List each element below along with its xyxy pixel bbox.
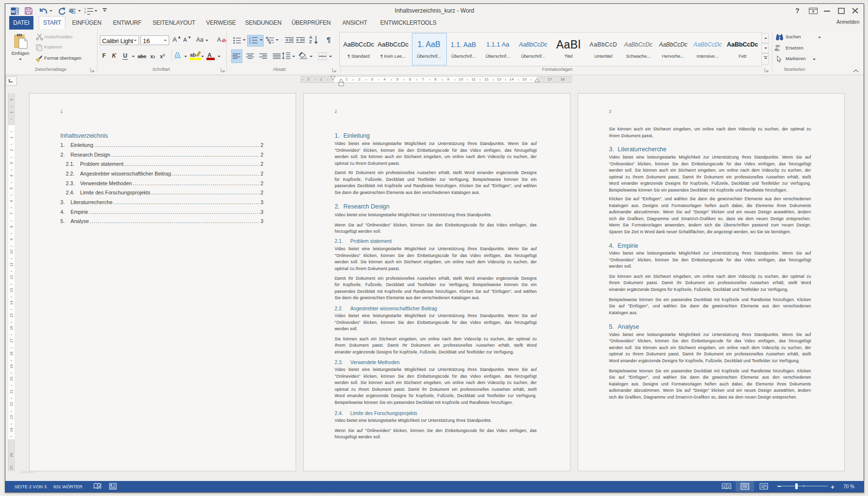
svg-text:1: 1 — [84, 7, 86, 10]
svg-text:W: W — [11, 9, 16, 14]
svg-text:2: 2 — [84, 11, 86, 14]
svg-text:3: 3 — [249, 41, 251, 44]
